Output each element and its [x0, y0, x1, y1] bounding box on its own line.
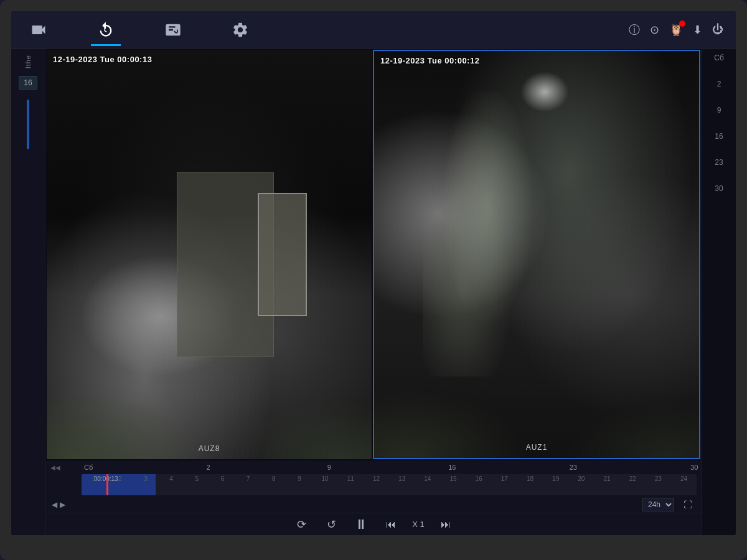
video-area: 12-19-2023 Tue 00:00:13 AUZ8 12-19-2023 …	[45, 49, 702, 535]
tick-5: 5	[184, 475, 210, 482]
tick-19: 19	[543, 475, 568, 482]
speed-label: X 1	[412, 520, 425, 529]
cam-timestamp-right: 12-19-2023 Tue 00:00:12	[380, 56, 479, 65]
record-icon[interactable]: ⊙	[650, 23, 659, 37]
cameras-grid: 12-19-2023 Tue 00:00:13 AUZ8 12-19-2023 …	[45, 49, 702, 460]
fullscreen-btn[interactable]: ⛶	[679, 496, 697, 513]
bell-icon-wrap[interactable]: 🦉	[669, 23, 683, 37]
time-label-23: 23	[715, 158, 723, 167]
play-pause-btn[interactable]: ⏸	[352, 516, 370, 533]
tick-1: 1	[82, 475, 107, 482]
timeline-marker	[106, 474, 108, 495]
tick-16: 16	[466, 475, 492, 482]
tick-10: 10	[312, 475, 338, 482]
time-tick-16: 16	[448, 464, 459, 471]
main-content: Ithe 16 12-19-2023 Tu	[11, 49, 736, 535]
tick-14: 14	[415, 475, 440, 482]
tick-17: 17	[492, 475, 517, 482]
cam-label-right: AUZ1	[526, 443, 548, 452]
camera-feed-left[interactable]: 12-19-2023 Tue 00:00:13 AUZ8	[47, 50, 372, 459]
tick-23: 23	[646, 475, 671, 482]
tick-13: 13	[389, 475, 415, 482]
tick-9: 9	[286, 475, 312, 482]
top-nav: ⓘ ⊙ 🦉 ⬇ ⏻	[11, 11, 736, 49]
nav-tabs	[24, 19, 629, 41]
tab-camera[interactable]	[24, 19, 54, 41]
sidebar-scroll-bar[interactable]	[27, 100, 29, 149]
tick-6: 6	[210, 475, 235, 482]
cam-label-left: AUZ8	[199, 444, 220, 453]
time-label-9: 9	[717, 106, 721, 114]
arrow-left-left[interactable]: ◀◀	[50, 464, 82, 471]
time-tick-2: 2	[206, 464, 217, 471]
tab-playback[interactable]	[91, 19, 121, 41]
info-icon[interactable]: ⓘ	[629, 22, 640, 37]
download-icon[interactable]: ⬇	[693, 23, 702, 37]
tick-22: 22	[620, 475, 646, 482]
left-sidebar: Ithe 16	[11, 49, 45, 535]
cam-bg-left	[47, 50, 372, 459]
tick-3: 3	[133, 475, 158, 482]
time-sidebar: Сб 2 9 16 23 30	[702, 49, 736, 535]
tick-7: 7	[235, 475, 261, 482]
time-tick-cb: Сб	[84, 464, 96, 471]
timeline-bar[interactable]: 00:00:13 1 2 3 4 5 6 7 8 9 10	[82, 474, 697, 495]
loop-btn[interactable]: ↺	[322, 516, 340, 533]
tab-search[interactable]	[158, 19, 188, 41]
tick-4: 4	[159, 475, 184, 482]
channel-badge[interactable]: 16	[19, 76, 37, 90]
power-icon[interactable]: ⏻	[712, 23, 723, 36]
tick-2: 2	[107, 475, 133, 482]
time-label-16: 16	[715, 132, 723, 141]
box-element	[258, 193, 306, 315]
tick-15: 15	[440, 475, 466, 482]
time-label-cb: Сб	[714, 54, 724, 62]
tick-8: 8	[261, 475, 286, 482]
nav-right-icons: ⓘ ⊙ 🦉 ⬇ ⏻	[629, 22, 723, 37]
cam-bg-right	[374, 51, 699, 458]
bottom-timeline: ◀◀ Сб 2 9 16 23	[45, 460, 702, 535]
sync-btn[interactable]: ⟳	[293, 516, 310, 533]
bell-badge	[679, 21, 685, 27]
sidebar-label: Ithe	[24, 55, 32, 68]
monitor-outer: ⓘ ⊙ 🦉 ⬇ ⏻ Ithe 16	[0, 0, 747, 560]
view-dropdown[interactable]: 24h 12h 6h 2h 1h	[642, 498, 674, 511]
tick-18: 18	[517, 475, 543, 482]
tick-24: 24	[671, 475, 697, 482]
forward-btn[interactable]: ⏭	[437, 516, 454, 533]
monitor-screen: ⓘ ⊙ 🦉 ⬇ ⏻ Ithe 16	[11, 11, 736, 535]
tick-20: 20	[568, 475, 594, 482]
prev-arrow[interactable]: ◀	[52, 500, 57, 509]
tick-11: 11	[338, 475, 364, 482]
vegetation-right	[374, 295, 699, 458]
time-label-30: 30	[715, 184, 723, 193]
tick-12: 12	[364, 475, 389, 482]
rewind-btn[interactable]: ⏮	[382, 516, 400, 533]
playback-controls: ⟳ ↺ ⏸ ⏮ X 1 ⏭	[45, 513, 702, 535]
time-tick-23: 23	[570, 464, 581, 471]
time-tick-30: 30	[690, 464, 702, 471]
next-arrow[interactable]: ▶	[60, 500, 65, 509]
time-tick-9: 9	[327, 464, 339, 471]
cam-timestamp-left: 12-19-2023 Tue 00:00:13	[53, 55, 152, 64]
tick-21: 21	[594, 475, 619, 482]
tab-settings[interactable]	[225, 19, 255, 41]
bright-spot-right	[520, 72, 569, 112]
time-label-2: 2	[717, 80, 721, 88]
camera-feed-right[interactable]: 12-19-2023 Tue 00:00:12 AUZ1	[373, 50, 700, 459]
